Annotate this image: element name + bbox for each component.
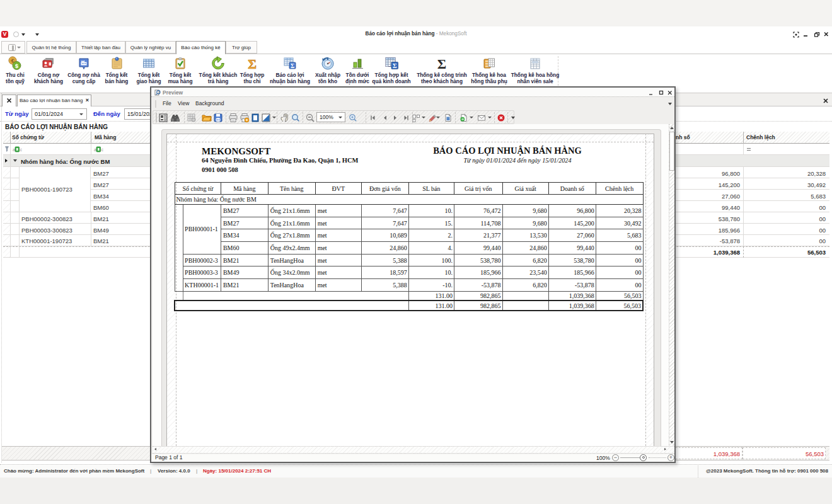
- svg-text:$: $: [15, 63, 18, 69]
- svg-text:Σ: Σ: [393, 62, 397, 69]
- svg-text:c: c: [101, 147, 104, 152]
- svg-text:Σ: Σ: [437, 56, 446, 71]
- svg-text:Σ: Σ: [291, 63, 294, 69]
- svg-text:a: a: [13, 147, 15, 152]
- svg-text:Σ: Σ: [248, 57, 257, 71]
- svg-text:a: a: [94, 147, 96, 152]
- svg-text:c: c: [20, 147, 23, 152]
